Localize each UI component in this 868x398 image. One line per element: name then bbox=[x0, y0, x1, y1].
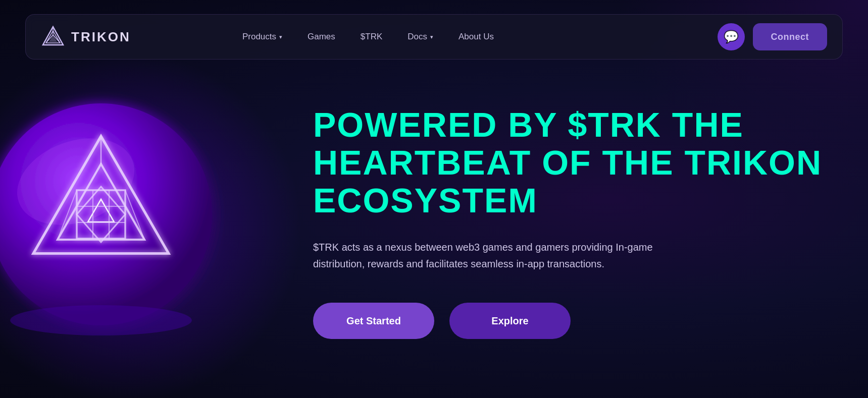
coin-area bbox=[0, 76, 293, 398]
nav-item-games[interactable]: Games bbox=[308, 32, 335, 42]
chat-icon: 💬 bbox=[724, 30, 739, 44]
get-started-button[interactable]: Get Started bbox=[313, 303, 434, 339]
nav-links: Products ▾ Games $TRK Docs ▾ About Us bbox=[242, 32, 494, 42]
nav-item-trk[interactable]: $TRK bbox=[361, 32, 382, 42]
nav-item-docs[interactable]: Docs ▾ bbox=[407, 32, 433, 42]
chat-button[interactable]: 💬 bbox=[718, 23, 745, 50]
svg-point-21 bbox=[10, 305, 192, 335]
nav-right: 💬 Connect bbox=[718, 23, 828, 50]
logo[interactable]: TRIKON bbox=[41, 25, 131, 49]
coin-container bbox=[0, 66, 263, 358]
button-row: Get Started Explore bbox=[313, 303, 828, 339]
brand-name: TRIKON bbox=[71, 29, 131, 45]
coin-svg bbox=[0, 66, 263, 358]
hero-description: $TRK acts as a nexus between web3 games … bbox=[313, 239, 667, 272]
navbar: TRIKON Products ▾ Games $TRK Docs ▾ Abou… bbox=[25, 14, 843, 60]
docs-chevron-icon: ▾ bbox=[430, 34, 433, 40]
text-area: POWERED BY $TRK THE HEARTBEAT OF THE TRI… bbox=[293, 76, 868, 398]
main-content: POWERED BY $TRK THE HEARTBEAT OF THE TRI… bbox=[0, 76, 868, 398]
nav-item-about[interactable]: About Us bbox=[458, 32, 494, 42]
logo-icon bbox=[41, 25, 65, 49]
hero-title: POWERED BY $TRK THE HEARTBEAT OF THE TRI… bbox=[313, 106, 828, 219]
explore-button[interactable]: Explore bbox=[449, 303, 571, 339]
nav-item-products[interactable]: Products ▾ bbox=[242, 32, 282, 42]
connect-button[interactable]: Connect bbox=[753, 23, 828, 50]
products-chevron-icon: ▾ bbox=[279, 34, 282, 40]
